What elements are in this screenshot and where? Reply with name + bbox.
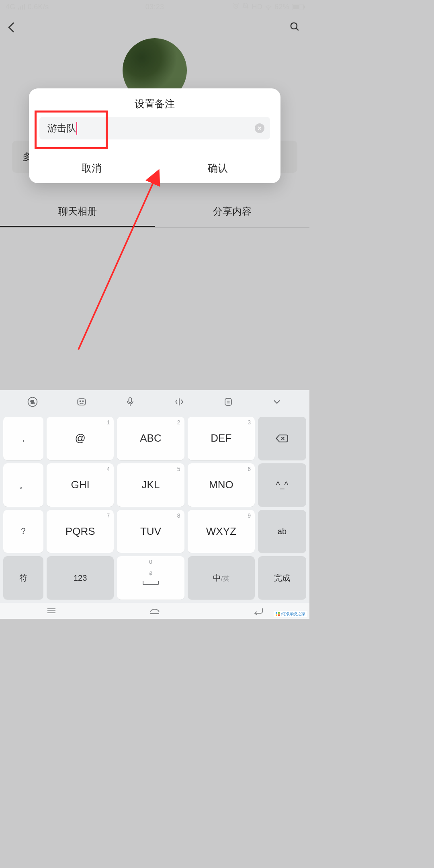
- back-nav-button[interactable]: [251, 607, 265, 615]
- svg-text:讯: 讯: [31, 400, 35, 404]
- ime-logo-button[interactable]: 讯: [8, 396, 57, 407]
- tab-share[interactable]: 分享内容: [155, 197, 309, 227]
- svg-rect-18: [276, 612, 277, 614]
- recent-apps-button[interactable]: [45, 607, 58, 615]
- key-symbol[interactable]: 符: [3, 556, 43, 600]
- key-lang[interactable]: 中/英: [188, 556, 255, 600]
- key-4[interactable]: 4GHI: [47, 463, 114, 507]
- cancel-button[interactable]: 取消: [29, 153, 155, 183]
- svg-rect-21: [278, 614, 280, 616]
- mic-small-icon: [148, 571, 154, 576]
- tab-share-label: 分享内容: [213, 206, 252, 217]
- svg-rect-9: [129, 398, 132, 403]
- clock: 03:23: [0, 3, 309, 11]
- back-button[interactable]: [8, 22, 18, 32]
- key-1[interactable]: 1@: [47, 417, 114, 460]
- cancel-label: 取消: [82, 162, 102, 175]
- text-caret: [76, 122, 77, 135]
- key-5[interactable]: 5JKL: [117, 463, 184, 507]
- android-nav-bar: [0, 603, 309, 619]
- clear-input-button[interactable]: [255, 123, 264, 133]
- key-8[interactable]: 8TUV: [117, 510, 184, 553]
- key-period[interactable]: 。: [3, 463, 43, 507]
- home-button[interactable]: [148, 607, 162, 615]
- status-bar: 4G 0.6K/s 03:23 HD 62%: [0, 0, 309, 14]
- cursor-move-button[interactable]: [155, 396, 204, 407]
- svg-point-2: [291, 23, 297, 29]
- search-button[interactable]: [289, 21, 300, 33]
- key-3[interactable]: 3DEF: [188, 417, 255, 460]
- key-done[interactable]: 完成: [258, 556, 306, 600]
- key-9[interactable]: 9WXYZ: [188, 510, 255, 553]
- key-6[interactable]: 6MNO: [188, 463, 255, 507]
- remark-input[interactable]: [39, 117, 270, 139]
- key-emoji[interactable]: ^_^: [258, 463, 306, 507]
- key-space[interactable]: 0: [117, 556, 184, 600]
- dialog-title: 设置备注: [29, 88, 280, 117]
- content-tabs: 聊天相册 分享内容: [0, 197, 309, 227]
- watermark: 纯净系统之家: [274, 611, 307, 617]
- key-question[interactable]: ？: [3, 510, 43, 553]
- voice-input-button[interactable]: [106, 396, 155, 407]
- svg-point-8: [82, 401, 83, 401]
- keyboard-switch-button[interactable]: [57, 396, 106, 407]
- key-123[interactable]: 123: [47, 556, 114, 600]
- tab-chat-album[interactable]: 聊天相册: [0, 197, 155, 227]
- key-0-num: 0: [149, 559, 152, 565]
- key-comma[interactable]: ，: [3, 417, 43, 460]
- key-backspace[interactable]: [258, 417, 306, 460]
- key-2[interactable]: 2ABC: [117, 417, 184, 460]
- clipboard-button[interactable]: [204, 396, 253, 407]
- battery-icon: [292, 4, 304, 10]
- svg-rect-20: [276, 614, 277, 616]
- set-remark-dialog: 设置备注 取消 确认: [29, 88, 280, 183]
- confirm-label: 确认: [208, 162, 228, 175]
- confirm-button[interactable]: 确认: [155, 153, 281, 183]
- svg-rect-19: [278, 612, 280, 614]
- svg-point-7: [80, 401, 80, 401]
- key-ab[interactable]: ab: [258, 510, 306, 553]
- keyboard: 讯 ， 1@ 2ABC 3DEF 。 4GHI 5JKL 6MNO ^_^: [0, 390, 309, 603]
- svg-rect-13: [150, 571, 151, 574]
- collapse-keyboard-button[interactable]: [252, 396, 301, 407]
- svg-rect-10: [225, 398, 231, 405]
- tab-chat-album-label: 聊天相册: [58, 206, 97, 217]
- key-7[interactable]: 7PQRS: [47, 510, 114, 553]
